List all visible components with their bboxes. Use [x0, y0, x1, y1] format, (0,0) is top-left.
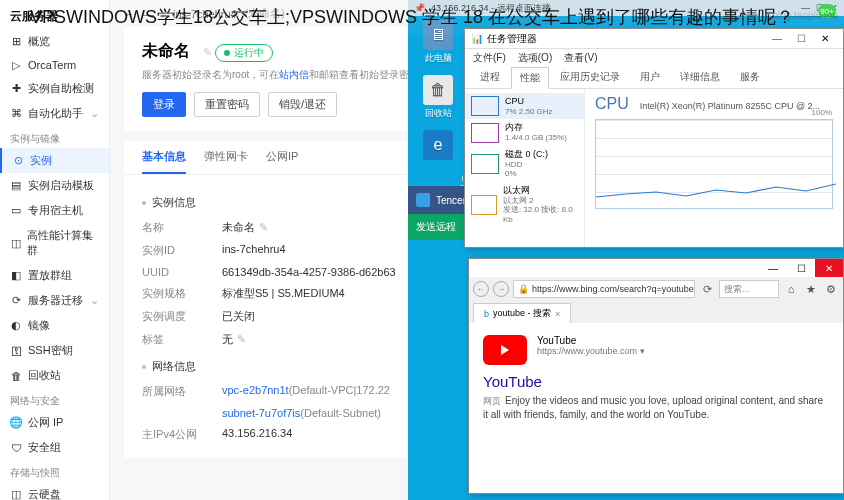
taskmgr-tab[interactable]: 服务 — [731, 66, 769, 88]
inbox-link[interactable]: 站内信 — [279, 69, 309, 80]
tencent-logo-icon — [416, 193, 430, 207]
kv-value: 未命名✎ — [222, 220, 268, 235]
desktop-icon[interactable]: 🗑回收站 — [414, 75, 462, 120]
sidebar-item[interactable]: ⚿SSH密钥 — [0, 338, 109, 363]
kv-key: 实例调度 — [142, 309, 222, 324]
ie-tab[interactable]: b youtube - 搜索 × — [473, 303, 571, 323]
desktop-icon-label: 此电脑 — [425, 52, 452, 65]
search-result-card: YouTube https://www.youtube.com ▾ — [483, 335, 829, 365]
perf-sub: HDD 0% — [505, 160, 548, 179]
cpu-model: Intel(R) Xeon(R) Platinum 8255C CPU @ 2.… — [640, 101, 820, 111]
sidebar-item[interactable]: 🛡安全组 — [0, 435, 109, 460]
sidebar-item[interactable]: ⌘自动化助手⌄ — [0, 101, 109, 126]
edit-icon[interactable]: ✎ — [237, 333, 246, 345]
sidebar-item[interactable]: ⊙实例 — [0, 148, 109, 173]
back-button[interactable]: ← — [473, 281, 489, 297]
perf-thumb-icon — [471, 154, 499, 174]
sidebar-item[interactable]: ⟳服务器迁移⌄ — [0, 288, 109, 313]
desktop-icon-label: 回收站 — [425, 107, 452, 120]
sidebar-item-icon: ◐ — [10, 320, 22, 332]
tab[interactable]: 公网IP — [266, 141, 298, 174]
sidebar-item-label: 公网 IP — [28, 415, 63, 430]
tab[interactable]: 弹性网卡 — [204, 141, 248, 174]
menu-item[interactable]: 查看(V) — [564, 51, 597, 65]
login-button[interactable]: 登录 — [142, 92, 186, 117]
perf-sub: 1.4/4.0 GB (35%) — [505, 133, 567, 143]
kv-value: 43.156.216.34 — [222, 427, 292, 442]
sidebar-item-icon: ▷ — [10, 59, 22, 71]
maximize-icon[interactable]: ☐ — [787, 259, 815, 277]
result-site[interactable]: https://www.youtube.com ▾ — [537, 346, 645, 356]
favorites-icon[interactable]: ★ — [803, 283, 819, 296]
perf-thumb-icon — [471, 123, 499, 143]
kv-key: 主IPv4公网 — [142, 427, 222, 442]
bing-favicon-icon: b — [484, 309, 489, 319]
lock-icon: 🔒 — [518, 284, 529, 294]
tab[interactable]: 基本信息 — [142, 141, 186, 174]
sidebar-item-label: 实例 — [30, 153, 52, 168]
desktop-icon[interactable]: e — [414, 130, 462, 162]
minimize-icon[interactable]: — — [759, 259, 787, 277]
edit-icon[interactable]: ✎ — [259, 221, 268, 233]
menu-item[interactable]: 文件(F) — [473, 51, 506, 65]
chart-max-label: 100% — [812, 108, 832, 117]
perf-sub: 7% 2.50 GHz — [505, 107, 553, 117]
perf-item[interactable]: 内存1.4/4.0 GB (35%) — [465, 119, 584, 145]
refresh-icon[interactable]: ⟳ — [699, 283, 715, 296]
sidebar-item[interactable]: ▷OrcaTerm — [0, 54, 109, 76]
perf-item[interactable]: 磁盘 0 (C:)HDD 0% — [465, 146, 584, 182]
sidebar-item-icon: ▤ — [10, 180, 22, 192]
sidebar-item-icon: ⊙ — [12, 155, 24, 167]
url-field[interactable]: 🔒 https://www.bing.com/search?q=youtube&… — [513, 280, 695, 298]
link[interactable]: vpc-e2b7nn1t — [222, 384, 289, 396]
taskmgr-tab[interactable]: 应用历史记录 — [551, 66, 629, 88]
sidebar-item-label: 实例自助检测 — [28, 81, 94, 96]
search-input[interactable]: 搜索... — [719, 280, 779, 298]
reset-password-button[interactable]: 重置密码 — [194, 92, 260, 117]
watermark: blog.taoplu.me — [772, 10, 838, 21]
sidebar-item[interactable]: ▤实例启动模板 — [0, 173, 109, 198]
perf-sub: 以太网 2 发送: 32.0 接收: 8.0 Kb — [503, 196, 578, 225]
kv-value: subnet-7u7of7is(Default-Subnet) — [222, 407, 381, 419]
tab-close-icon[interactable]: × — [555, 309, 560, 319]
destroy-button[interactable]: 销毁/退还 — [268, 92, 337, 117]
kv-value: ins-7chehru4 — [222, 243, 286, 258]
edit-icon[interactable]: ✎ — [203, 46, 212, 58]
sidebar-item-label: 云硬盘 — [28, 487, 61, 500]
result-title-link[interactable]: YouTube — [483, 373, 829, 390]
sidebar-item[interactable]: ◐镜像 — [0, 313, 109, 338]
taskmgr-tab[interactable]: 性能 — [511, 67, 549, 89]
sidebar-item-icon: ◫ — [10, 237, 21, 249]
perf-item[interactable]: CPU7% 2.50 GHz — [465, 93, 584, 119]
close-icon[interactable]: ✕ — [815, 259, 843, 277]
taskmgr-tab[interactable]: 详细信息 — [671, 66, 729, 88]
taskmgr-tab[interactable]: 进程 — [471, 66, 509, 88]
forward-button[interactable]: → — [493, 281, 509, 297]
result-label: 网页 — [483, 396, 501, 406]
sidebar-item[interactable]: ✚实例自助检测 — [0, 76, 109, 101]
ie-addressbar: ← → 🔒 https://www.bing.com/search?q=yout… — [469, 277, 843, 301]
sidebar-item-icon: ✚ — [10, 83, 22, 95]
sidebar-item-label: 服务器迁移 — [28, 293, 83, 308]
sidebar-item[interactable]: ◧置放群组 — [0, 263, 109, 288]
cpu-line-icon — [596, 172, 836, 202]
kv-value: 无✎ — [222, 332, 246, 347]
instance-title: 未命名 — [142, 41, 190, 62]
tools-icon[interactable]: ⚙ — [823, 283, 839, 296]
sidebar-item[interactable]: 🌐公网 IP — [0, 410, 109, 435]
sidebar-item[interactable]: ◫高性能计算集群 — [0, 223, 109, 263]
home-icon[interactable]: ⌂ — [783, 283, 799, 295]
sidebar-item-icon: 🗑 — [10, 370, 22, 382]
link[interactable]: subnet-7u7of7is — [222, 407, 300, 419]
kv-key: 实例ID — [142, 243, 222, 258]
sidebar-item[interactable]: 🗑回收站 — [0, 363, 109, 388]
perf-item[interactable]: 以太网以太网 2 发送: 32.0 接收: 8.0 Kb — [465, 182, 584, 228]
sidebar-item-label: 概览 — [28, 34, 50, 49]
sidebar-item[interactable]: ◫云硬盘 — [0, 482, 109, 500]
sidebar-item[interactable]: ▭专用宿主机 — [0, 198, 109, 223]
sidebar-group-title: 实例与镜像 — [0, 126, 109, 148]
sidebar-item-icon: ◧ — [10, 270, 22, 282]
kv-key: 所属网络 — [142, 384, 222, 399]
taskmgr-tab[interactable]: 用户 — [631, 66, 669, 88]
menu-item[interactable]: 选项(O) — [518, 51, 552, 65]
